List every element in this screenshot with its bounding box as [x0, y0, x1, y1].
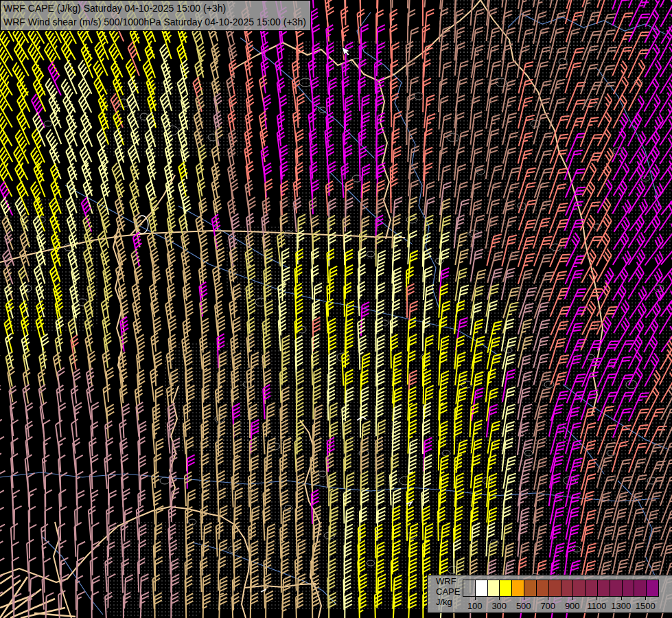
legend-tick-mark: [572, 596, 573, 600]
title-overlay: WRF CAPE (J/kg) Saturday 04-10-2025 15:0…: [0, 0, 311, 31]
legend-color-step: [512, 580, 524, 596]
legend-color-step: [488, 580, 500, 596]
legend-tick-value: 1300: [607, 601, 635, 611]
legend-tick-mark: [596, 596, 597, 600]
legend-tick-value: 1100: [583, 601, 610, 611]
legend-label-wrf: WRF: [436, 576, 460, 586]
legend-tick-mark: [475, 596, 476, 600]
legend-color-step: [598, 580, 610, 596]
legend-color-step: [524, 580, 537, 596]
legend-color-step: [586, 580, 598, 596]
legend-tick-mark: [499, 596, 500, 600]
legend-color-step: [549, 580, 561, 596]
legend-panel: WRF CAPE J/kg 10030050070090011001300150…: [427, 575, 672, 613]
legend-color-step: [537, 580, 549, 596]
weather-map: WRF CAPE (J/kg) Saturday 04-10-2025 15:0…: [0, 0, 672, 618]
legend-tick-value: 700: [534, 601, 561, 611]
legend-color-step: [647, 580, 658, 596]
legend-label-unit: J/kg: [436, 597, 460, 607]
legend-label-cape: CAPE: [436, 586, 460, 597]
legend-colorbar: [463, 580, 659, 597]
map-canvas: [0, 0, 672, 618]
legend-color-step: [573, 580, 586, 596]
title-line-shear: WRF Wind shear (m/s) 500/1000hPa Saturda…: [3, 15, 306, 29]
legend-color-step: [634, 580, 647, 596]
legend-color-step: [610, 580, 623, 596]
title-line-cape: WRF CAPE (J/kg) Saturday 04-10-2025 15:0…: [3, 1, 306, 15]
legend-tick-value: 500: [510, 601, 537, 611]
legend-label: WRF CAPE J/kg: [436, 576, 460, 607]
legend-color-step: [476, 580, 488, 596]
legend-color-step: [463, 580, 476, 596]
legend-tick-mark: [621, 596, 622, 600]
legend-tick-value: 300: [485, 601, 513, 611]
legend-tick-value: 900: [559, 601, 586, 611]
legend-tick-value: 100: [461, 601, 489, 611]
legend-tick-mark: [645, 596, 646, 600]
legend-color-step: [561, 580, 574, 596]
legend-color-step: [623, 580, 635, 596]
legend-color-step: [500, 580, 512, 596]
mouse-cursor: [342, 46, 353, 61]
legend-tick-mark: [524, 596, 524, 600]
legend-tick-mark: [548, 596, 548, 600]
legend-tick-value: 1500: [632, 601, 659, 611]
